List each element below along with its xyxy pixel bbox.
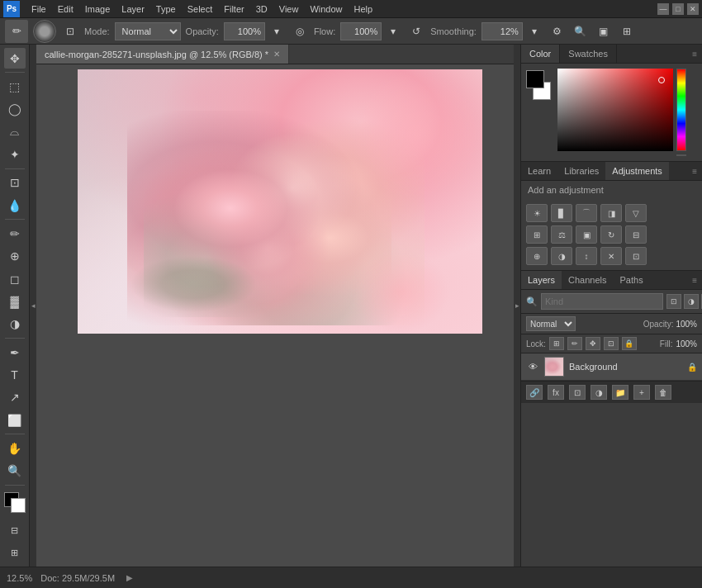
exposure-btn[interactable]: ◨ [600,204,622,222]
adjustments-menu[interactable]: ≡ [687,164,702,179]
minimize-button[interactable]: — [657,3,669,15]
search-icon[interactable]: 🔍 [572,22,590,40]
color-gradient-picker[interactable] [557,69,673,151]
color-balance-btn[interactable]: ⚖ [551,225,572,244]
menu-help[interactable]: Help [349,2,378,16]
frame-icon[interactable]: ▣ [595,22,613,40]
lasso-tool[interactable]: ⌓ [4,121,26,142]
tab-paths[interactable]: Paths [614,271,650,289]
opacity-arrow-icon[interactable]: ▾ [268,22,286,40]
quick-mask-tool[interactable]: ⊟ [4,519,26,540]
background-color[interactable] [11,498,26,513]
menu-file[interactable]: File [26,2,51,16]
new-adjustment-btn[interactable]: ◑ [591,385,607,400]
menu-window[interactable]: Window [305,2,347,16]
collapse-right-strip[interactable]: ▸ [514,45,520,567]
layers-blend-mode[interactable]: Normal Multiply Screen [526,316,576,331]
lock-artboard-btn[interactable]: ⊡ [604,337,619,350]
gear-icon[interactable]: ⚙ [548,22,567,40]
gradient-tool[interactable]: ▓ [4,291,26,311]
add-style-btn[interactable]: fx [548,385,564,400]
filter-pixel-icon[interactable]: ⊡ [666,294,681,309]
new-layer-btn[interactable]: + [633,385,650,400]
crop-tool[interactable]: ⊡ [4,173,26,193]
canvas-image[interactable] [78,69,482,334]
gradient-map-btn[interactable]: ⊡ [625,247,647,265]
move-tool[interactable]: ✥ [4,48,26,69]
vibrance-btn[interactable]: ▽ [625,204,647,222]
color-lookup-btn[interactable]: ⊕ [526,247,548,265]
zoom-tool[interactable]: 🔍 [4,461,26,481]
eraser-tool[interactable]: ◻ [4,268,26,289]
status-arrow-icon[interactable]: ▶ [126,573,133,582]
menu-image[interactable]: Image [80,2,116,16]
layers-kind-input[interactable] [541,293,663,310]
marquee-ellipse-tool[interactable]: ◯ [4,99,26,120]
shape-tool[interactable]: ⬜ [4,410,26,430]
path-select-tool[interactable]: ↗ [4,387,26,408]
layers-menu[interactable]: ≡ [687,273,702,288]
menu-3d[interactable]: 3D [251,2,273,16]
tab-swatches[interactable]: Swatches [560,45,617,63]
brightness-contrast-btn[interactable]: ☀ [526,204,548,222]
color-panel-menu[interactable]: ≡ [687,46,702,62]
document-tab[interactable]: callie-morgan-285271-unsplash.jpg @ 12.5… [36,45,289,64]
opacity-value[interactable]: 100% [676,320,697,329]
curves-btn[interactable]: ⌒ [576,204,597,222]
hsl-btn[interactable]: ⊞ [526,225,548,244]
brush-tool-icon[interactable]: ✏ [5,20,28,43]
bw-btn[interactable]: ▣ [576,225,597,244]
magic-wand-tool[interactable]: ✦ [4,144,26,164]
layer-row-background[interactable]: 👁 Background 🔒 [521,353,702,381]
tab-adjustments[interactable]: Adjustments [605,162,669,180]
menu-filter[interactable]: Filter [219,2,249,16]
pen-tool[interactable]: ✒ [4,342,26,363]
brush-tool[interactable]: ✏ [4,223,26,244]
clone-tool[interactable]: ⊕ [4,246,26,267]
eyedropper-tool[interactable]: 💧 [4,195,26,216]
text-tool[interactable]: T [4,364,26,385]
lock-brush-btn[interactable]: ✏ [567,337,582,350]
tab-learn[interactable]: Learn [521,162,557,180]
tab-color[interactable]: Color [521,45,560,63]
menu-edit[interactable]: Edit [53,2,78,16]
fill-value[interactable]: 100% [676,339,697,349]
menu-view[interactable]: View [274,2,304,16]
lock-all-btn[interactable]: 🔒 [622,337,637,350]
add-mask-btn[interactable]: ⊡ [569,385,586,400]
brush-preview[interactable] [33,20,56,43]
tab-layers[interactable]: Layers [521,271,562,289]
lock-checkerboard-btn[interactable]: ⊞ [549,337,564,350]
menu-type[interactable]: Type [151,2,181,16]
delete-layer-btn[interactable]: 🗑 [655,385,671,400]
extra-icon[interactable]: ⊞ [618,22,636,40]
close-button[interactable]: ✕ [687,3,699,15]
hand-tool[interactable]: ✋ [4,438,26,458]
menu-select[interactable]: Select [183,2,218,16]
lock-move-btn[interactable]: ✥ [586,337,600,350]
flow-arrow-icon[interactable]: ▾ [384,22,402,40]
posterize-btn[interactable]: ↕ [576,247,597,265]
brush-settings-icon[interactable]: ⊡ [61,22,79,40]
tab-libraries[interactable]: Libraries [557,162,605,180]
levels-btn[interactable]: ▊ [551,204,572,222]
smooth-icon[interactable]: ↺ [407,22,425,40]
smoothing-arrow-icon[interactable]: ▾ [525,22,543,40]
smoothing-input[interactable] [481,22,523,40]
menu-layer[interactable]: Layer [116,2,149,16]
color-fg-swatch[interactable] [526,70,544,88]
channel-mixer-btn[interactable]: ⊟ [625,225,647,244]
alpha-slider[interactable] [676,154,686,156]
mode-dropdown[interactable]: Normal Multiply Screen [115,22,181,40]
flow-input[interactable] [340,22,382,40]
collapse-left-strip[interactable]: ◂ [30,45,36,567]
link-layers-btn[interactable]: 🔗 [526,385,543,400]
new-group-btn[interactable]: 📁 [612,385,628,400]
filter-adjustment-icon[interactable]: ◑ [684,294,699,309]
tab-channels[interactable]: Channels [562,271,613,289]
screen-mode-tool[interactable]: ⊞ [4,543,26,563]
tab-close-button[interactable]: ✕ [273,50,280,59]
hue-slider[interactable] [676,69,686,151]
marquee-rect-tool[interactable]: ⬚ [4,76,26,97]
opacity-input[interactable] [224,22,265,40]
